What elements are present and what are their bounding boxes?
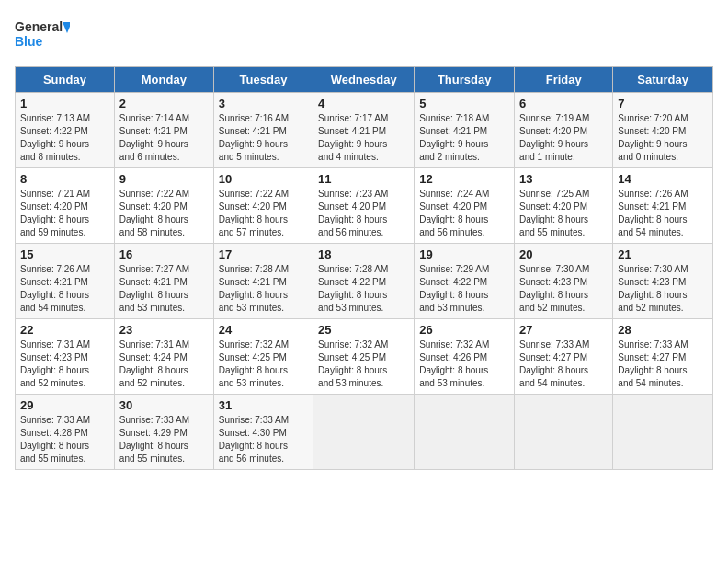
calendar-cell: 14Sunrise: 7:26 AM Sunset: 4:21 PM Dayli… [613, 168, 713, 244]
calendar-cell: 5Sunrise: 7:18 AM Sunset: 4:21 PM Daylig… [415, 93, 515, 168]
calendar-cell: 26Sunrise: 7:32 AM Sunset: 4:26 PM Dayli… [415, 319, 515, 395]
day-info: Sunrise: 7:33 AM Sunset: 4:28 PM Dayligh… [20, 414, 109, 465]
weekday-header-monday: Monday [114, 67, 213, 93]
page-header: General Blue [15, 15, 713, 55]
calendar-cell: 17Sunrise: 7:28 AM Sunset: 4:21 PM Dayli… [213, 244, 313, 319]
day-number: 5 [419, 97, 509, 110]
calendar-cell: 31Sunrise: 7:33 AM Sunset: 4:30 PM Dayli… [213, 395, 313, 470]
day-info: Sunrise: 7:28 AM Sunset: 4:22 PM Dayligh… [318, 263, 409, 315]
calendar-cell: 7Sunrise: 7:20 AM Sunset: 4:20 PM Daylig… [613, 93, 713, 168]
calendar-cell [415, 395, 515, 470]
day-info: Sunrise: 7:28 AM Sunset: 4:21 PM Dayligh… [219, 263, 308, 315]
day-info: Sunrise: 7:32 AM Sunset: 4:25 PM Dayligh… [318, 339, 409, 390]
day-info: Sunrise: 7:17 AM Sunset: 4:21 PM Dayligh… [318, 112, 409, 164]
calendar-cell: 11Sunrise: 7:23 AM Sunset: 4:20 PM Dayli… [313, 168, 415, 244]
calendar-cell: 19Sunrise: 7:29 AM Sunset: 4:22 PM Dayli… [415, 244, 515, 319]
day-number: 26 [419, 323, 509, 337]
day-number: 25 [318, 323, 409, 337]
day-number: 21 [618, 247, 708, 261]
day-number: 16 [119, 247, 209, 261]
svg-text:General: General [15, 19, 63, 34]
day-info: Sunrise: 7:24 AM Sunset: 4:20 PM Dayligh… [419, 188, 509, 239]
calendar-cell [313, 395, 415, 470]
day-info: Sunrise: 7:32 AM Sunset: 4:25 PM Dayligh… [219, 339, 308, 390]
logo: General Blue [15, 15, 70, 55]
day-info: Sunrise: 7:14 AM Sunset: 4:21 PM Dayligh… [119, 112, 209, 164]
day-info: Sunrise: 7:18 AM Sunset: 4:21 PM Dayligh… [419, 112, 509, 164]
day-info: Sunrise: 7:33 AM Sunset: 4:29 PM Dayligh… [119, 414, 209, 465]
day-info: Sunrise: 7:29 AM Sunset: 4:22 PM Dayligh… [419, 263, 509, 315]
day-number: 2 [119, 97, 209, 110]
day-number: 8 [20, 172, 109, 186]
calendar-cell: 4Sunrise: 7:17 AM Sunset: 4:21 PM Daylig… [313, 93, 415, 168]
day-info: Sunrise: 7:26 AM Sunset: 4:21 PM Dayligh… [618, 188, 708, 239]
day-number: 9 [119, 172, 209, 186]
day-number: 13 [519, 172, 608, 186]
calendar-cell: 10Sunrise: 7:22 AM Sunset: 4:20 PM Dayli… [213, 168, 313, 244]
calendar-cell: 16Sunrise: 7:27 AM Sunset: 4:21 PM Dayli… [114, 244, 213, 319]
calendar-week-row: 8Sunrise: 7:21 AM Sunset: 4:20 PM Daylig… [16, 168, 713, 244]
calendar-cell: 20Sunrise: 7:30 AM Sunset: 4:23 PM Dayli… [515, 244, 613, 319]
day-info: Sunrise: 7:22 AM Sunset: 4:20 PM Dayligh… [119, 188, 209, 239]
day-info: Sunrise: 7:26 AM Sunset: 4:21 PM Dayligh… [20, 263, 109, 315]
calendar-cell: 30Sunrise: 7:33 AM Sunset: 4:29 PM Dayli… [114, 395, 213, 470]
day-info: Sunrise: 7:33 AM Sunset: 4:27 PM Dayligh… [618, 339, 708, 390]
day-number: 12 [419, 172, 509, 186]
calendar-cell: 1Sunrise: 7:13 AM Sunset: 4:22 PM Daylig… [16, 93, 115, 168]
weekday-header-saturday: Saturday [613, 67, 713, 93]
calendar-cell: 9Sunrise: 7:22 AM Sunset: 4:20 PM Daylig… [114, 168, 213, 244]
calendar-cell: 21Sunrise: 7:30 AM Sunset: 4:23 PM Dayli… [613, 244, 713, 319]
day-number: 30 [119, 398, 209, 412]
calendar-cell: 29Sunrise: 7:33 AM Sunset: 4:28 PM Dayli… [16, 395, 115, 470]
calendar-cell: 8Sunrise: 7:21 AM Sunset: 4:20 PM Daylig… [16, 168, 115, 244]
day-number: 6 [519, 97, 608, 110]
day-number: 31 [219, 398, 308, 412]
calendar-cell [613, 395, 713, 470]
day-info: Sunrise: 7:31 AM Sunset: 4:23 PM Dayligh… [20, 339, 109, 390]
day-number: 24 [219, 323, 308, 337]
calendar-table: SundayMondayTuesdayWednesdayThursdayFrid… [15, 66, 713, 470]
day-number: 27 [519, 323, 608, 337]
day-number: 29 [20, 398, 109, 412]
calendar-cell: 28Sunrise: 7:33 AM Sunset: 4:27 PM Dayli… [613, 319, 713, 395]
calendar-cell [515, 395, 613, 470]
weekday-header-wednesday: Wednesday [313, 67, 415, 93]
day-number: 28 [618, 323, 708, 337]
calendar-cell: 2Sunrise: 7:14 AM Sunset: 4:21 PM Daylig… [114, 93, 213, 168]
day-number: 14 [618, 172, 708, 186]
weekday-header-tuesday: Tuesday [213, 67, 313, 93]
calendar-cell: 18Sunrise: 7:28 AM Sunset: 4:22 PM Dayli… [313, 244, 415, 319]
day-info: Sunrise: 7:16 AM Sunset: 4:21 PM Dayligh… [219, 112, 308, 164]
weekday-header-sunday: Sunday [16, 67, 115, 93]
day-info: Sunrise: 7:33 AM Sunset: 4:27 PM Dayligh… [519, 339, 608, 390]
day-number: 3 [219, 97, 308, 110]
calendar-cell: 23Sunrise: 7:31 AM Sunset: 4:24 PM Dayli… [114, 319, 213, 395]
day-info: Sunrise: 7:20 AM Sunset: 4:20 PM Dayligh… [618, 112, 708, 164]
day-info: Sunrise: 7:30 AM Sunset: 4:23 PM Dayligh… [618, 263, 708, 315]
day-number: 20 [519, 247, 608, 261]
calendar-cell: 13Sunrise: 7:25 AM Sunset: 4:20 PM Dayli… [515, 168, 613, 244]
day-number: 1 [20, 97, 109, 110]
day-number: 23 [119, 323, 209, 337]
day-number: 19 [419, 247, 509, 261]
calendar-cell: 22Sunrise: 7:31 AM Sunset: 4:23 PM Dayli… [16, 319, 115, 395]
day-number: 4 [318, 97, 409, 110]
day-number: 22 [20, 323, 109, 337]
svg-text:Blue: Blue [15, 34, 43, 49]
day-info: Sunrise: 7:25 AM Sunset: 4:20 PM Dayligh… [519, 188, 608, 239]
calendar-cell: 24Sunrise: 7:32 AM Sunset: 4:25 PM Dayli… [213, 319, 313, 395]
day-info: Sunrise: 7:19 AM Sunset: 4:20 PM Dayligh… [519, 112, 608, 164]
day-info: Sunrise: 7:33 AM Sunset: 4:30 PM Dayligh… [219, 414, 308, 465]
day-info: Sunrise: 7:32 AM Sunset: 4:26 PM Dayligh… [419, 339, 509, 390]
day-info: Sunrise: 7:27 AM Sunset: 4:21 PM Dayligh… [119, 263, 209, 315]
weekday-header-thursday: Thursday [415, 67, 515, 93]
weekday-header-friday: Friday [515, 67, 613, 93]
day-number: 15 [20, 247, 109, 261]
day-info: Sunrise: 7:31 AM Sunset: 4:24 PM Dayligh… [119, 339, 209, 390]
day-number: 11 [318, 172, 409, 186]
day-number: 7 [618, 97, 708, 110]
day-info: Sunrise: 7:30 AM Sunset: 4:23 PM Dayligh… [519, 263, 608, 315]
calendar-week-row: 15Sunrise: 7:26 AM Sunset: 4:21 PM Dayli… [16, 244, 713, 319]
logo-svg: General Blue [15, 15, 70, 55]
day-number: 17 [219, 247, 308, 261]
